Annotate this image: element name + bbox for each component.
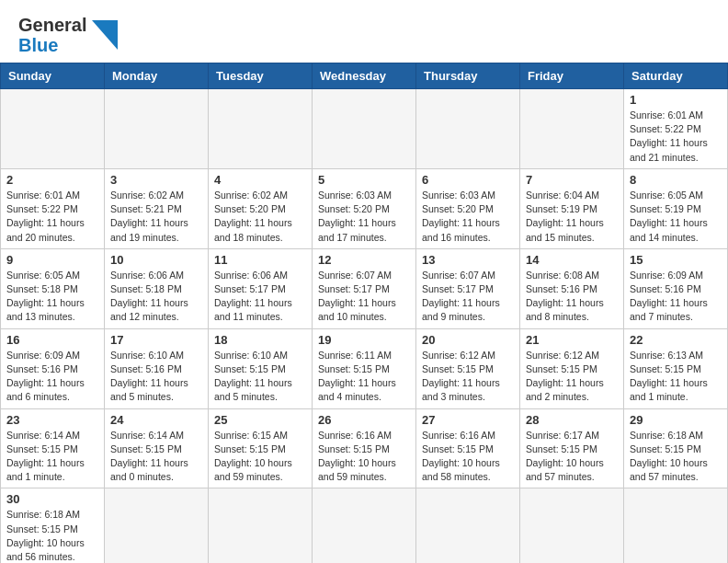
- calendar-cell: 20Sunrise: 6:12 AM Sunset: 5:15 PM Dayli…: [416, 328, 520, 408]
- calendar-cell: 11Sunrise: 6:06 AM Sunset: 5:17 PM Dayli…: [209, 248, 313, 328]
- day-info: Sunrise: 6:02 AM Sunset: 5:20 PM Dayligh…: [214, 189, 306, 245]
- day-info: Sunrise: 6:16 AM Sunset: 5:15 PM Dayligh…: [318, 429, 410, 485]
- weekday-header-tuesday: Tuesday: [209, 63, 313, 89]
- weekday-header-sunday: Sunday: [1, 63, 105, 89]
- day-info: Sunrise: 6:12 AM Sunset: 5:15 PM Dayligh…: [422, 349, 514, 405]
- day-number: 28: [526, 413, 618, 427]
- day-info: Sunrise: 6:01 AM Sunset: 5:22 PM Dayligh…: [630, 109, 722, 165]
- day-number: 16: [6, 333, 98, 347]
- calendar-cell: [624, 488, 728, 563]
- weekday-header-thursday: Thursday: [416, 63, 520, 89]
- day-number: 15: [630, 253, 722, 267]
- day-number: 4: [214, 173, 306, 187]
- day-number: 11: [214, 253, 306, 267]
- calendar-cell: 8Sunrise: 6:05 AM Sunset: 5:19 PM Daylig…: [624, 168, 728, 248]
- day-info: Sunrise: 6:12 AM Sunset: 5:15 PM Dayligh…: [526, 349, 618, 405]
- day-info: Sunrise: 6:09 AM Sunset: 5:16 PM Dayligh…: [630, 269, 722, 325]
- day-info: Sunrise: 6:10 AM Sunset: 5:16 PM Dayligh…: [110, 349, 202, 405]
- calendar-week-1: 2Sunrise: 6:01 AM Sunset: 5:22 PM Daylig…: [1, 168, 728, 248]
- calendar-cell: 5Sunrise: 6:03 AM Sunset: 5:20 PM Daylig…: [313, 168, 416, 248]
- day-info: Sunrise: 6:18 AM Sunset: 5:15 PM Dayligh…: [630, 429, 722, 485]
- day-number: 17: [110, 333, 202, 347]
- calendar-cell: [1, 89, 105, 169]
- calendar-week-4: 23Sunrise: 6:14 AM Sunset: 5:15 PM Dayli…: [1, 408, 728, 488]
- calendar-week-5: 30Sunrise: 6:18 AM Sunset: 5:15 PM Dayli…: [1, 488, 728, 563]
- weekday-header-row: SundayMondayTuesdayWednesdayThursdayFrid…: [1, 63, 728, 89]
- day-info: Sunrise: 6:05 AM Sunset: 5:18 PM Dayligh…: [6, 269, 98, 325]
- calendar-cell: 29Sunrise: 6:18 AM Sunset: 5:15 PM Dayli…: [624, 408, 728, 488]
- day-number: 23: [6, 413, 98, 427]
- calendar-cell: [209, 89, 313, 169]
- day-number: 25: [214, 413, 306, 427]
- calendar-cell: 15Sunrise: 6:09 AM Sunset: 5:16 PM Dayli…: [624, 248, 728, 328]
- calendar-cell: 7Sunrise: 6:04 AM Sunset: 5:19 PM Daylig…: [520, 168, 624, 248]
- calendar-table: SundayMondayTuesdayWednesdayThursdayFrid…: [0, 63, 728, 563]
- day-info: Sunrise: 6:07 AM Sunset: 5:17 PM Dayligh…: [422, 269, 514, 325]
- day-info: Sunrise: 6:14 AM Sunset: 5:15 PM Dayligh…: [6, 429, 98, 485]
- day-number: 20: [422, 333, 514, 347]
- day-info: Sunrise: 6:18 AM Sunset: 5:15 PM Dayligh…: [6, 508, 98, 563]
- weekday-header-wednesday: Wednesday: [313, 63, 416, 89]
- calendar-cell: 26Sunrise: 6:16 AM Sunset: 5:15 PM Dayli…: [313, 408, 416, 488]
- calendar-cell: 19Sunrise: 6:11 AM Sunset: 5:15 PM Dayli…: [313, 328, 416, 408]
- day-number: 14: [526, 253, 618, 267]
- day-info: Sunrise: 6:10 AM Sunset: 5:15 PM Dayligh…: [214, 349, 306, 405]
- day-number: 8: [630, 173, 722, 187]
- day-info: Sunrise: 6:11 AM Sunset: 5:15 PM Dayligh…: [318, 349, 410, 405]
- calendar-cell: 24Sunrise: 6:14 AM Sunset: 5:15 PM Dayli…: [105, 408, 209, 488]
- calendar-cell: [520, 89, 624, 169]
- calendar-cell: [416, 89, 520, 169]
- calendar-cell: 17Sunrise: 6:10 AM Sunset: 5:16 PM Dayli…: [105, 328, 209, 408]
- calendar-cell: 22Sunrise: 6:13 AM Sunset: 5:15 PM Dayli…: [624, 328, 728, 408]
- calendar-cell: 18Sunrise: 6:10 AM Sunset: 5:15 PM Dayli…: [209, 328, 313, 408]
- logo: General Blue: [18, 15, 118, 55]
- calendar-cell: 30Sunrise: 6:18 AM Sunset: 5:15 PM Dayli…: [1, 488, 105, 563]
- calendar-wrapper: SundayMondayTuesdayWednesdayThursdayFrid…: [0, 63, 728, 563]
- calendar-cell: 10Sunrise: 6:06 AM Sunset: 5:18 PM Dayli…: [105, 248, 209, 328]
- calendar-week-3: 16Sunrise: 6:09 AM Sunset: 5:16 PM Dayli…: [1, 328, 728, 408]
- day-number: 27: [422, 413, 514, 427]
- calendar-cell: 3Sunrise: 6:02 AM Sunset: 5:21 PM Daylig…: [105, 168, 209, 248]
- day-number: 3: [110, 173, 202, 187]
- day-info: Sunrise: 6:06 AM Sunset: 5:18 PM Dayligh…: [110, 269, 202, 325]
- day-number: 13: [422, 253, 514, 267]
- day-number: 6: [422, 173, 514, 187]
- calendar-cell: 4Sunrise: 6:02 AM Sunset: 5:20 PM Daylig…: [209, 168, 313, 248]
- calendar-cell: 9Sunrise: 6:05 AM Sunset: 5:18 PM Daylig…: [1, 248, 105, 328]
- day-info: Sunrise: 6:09 AM Sunset: 5:16 PM Dayligh…: [6, 349, 98, 405]
- calendar-cell: 16Sunrise: 6:09 AM Sunset: 5:16 PM Dayli…: [1, 328, 105, 408]
- day-number: 24: [110, 413, 202, 427]
- day-info: Sunrise: 6:17 AM Sunset: 5:15 PM Dayligh…: [526, 429, 618, 485]
- calendar-cell: 6Sunrise: 6:03 AM Sunset: 5:20 PM Daylig…: [416, 168, 520, 248]
- calendar-cell: 21Sunrise: 6:12 AM Sunset: 5:15 PM Dayli…: [520, 328, 624, 408]
- calendar-cell: 1Sunrise: 6:01 AM Sunset: 5:22 PM Daylig…: [624, 89, 728, 169]
- calendar-cell: [313, 488, 416, 563]
- calendar-cell: [313, 89, 416, 169]
- day-number: 26: [318, 413, 410, 427]
- calendar-cell: 25Sunrise: 6:15 AM Sunset: 5:15 PM Dayli…: [209, 408, 313, 488]
- day-info: Sunrise: 6:01 AM Sunset: 5:22 PM Dayligh…: [6, 189, 98, 245]
- day-info: Sunrise: 6:14 AM Sunset: 5:15 PM Dayligh…: [110, 429, 202, 485]
- calendar-week-2: 9Sunrise: 6:05 AM Sunset: 5:18 PM Daylig…: [1, 248, 728, 328]
- day-info: Sunrise: 6:02 AM Sunset: 5:21 PM Dayligh…: [110, 189, 202, 245]
- weekday-header-friday: Friday: [520, 63, 624, 89]
- svg-marker-0: [92, 20, 118, 50]
- day-number: 2: [6, 173, 98, 187]
- day-number: 22: [630, 333, 722, 347]
- day-number: 1: [630, 93, 722, 107]
- day-info: Sunrise: 6:05 AM Sunset: 5:19 PM Dayligh…: [630, 189, 722, 245]
- calendar-cell: 23Sunrise: 6:14 AM Sunset: 5:15 PM Dayli…: [1, 408, 105, 488]
- calendar-cell: 2Sunrise: 6:01 AM Sunset: 5:22 PM Daylig…: [1, 168, 105, 248]
- calendar-cell: 14Sunrise: 6:08 AM Sunset: 5:16 PM Dayli…: [520, 248, 624, 328]
- day-number: 9: [6, 253, 98, 267]
- weekday-header-saturday: Saturday: [624, 63, 728, 89]
- logo-icon: [92, 20, 118, 53]
- calendar-week-0: 1Sunrise: 6:01 AM Sunset: 5:22 PM Daylig…: [1, 89, 728, 169]
- day-info: Sunrise: 6:07 AM Sunset: 5:17 PM Dayligh…: [318, 269, 410, 325]
- calendar-cell: [416, 488, 520, 563]
- calendar-cell: 13Sunrise: 6:07 AM Sunset: 5:17 PM Dayli…: [416, 248, 520, 328]
- calendar-cell: [520, 488, 624, 563]
- day-info: Sunrise: 6:15 AM Sunset: 5:15 PM Dayligh…: [214, 429, 306, 485]
- calendar-cell: [105, 488, 209, 563]
- day-number: 29: [630, 413, 722, 427]
